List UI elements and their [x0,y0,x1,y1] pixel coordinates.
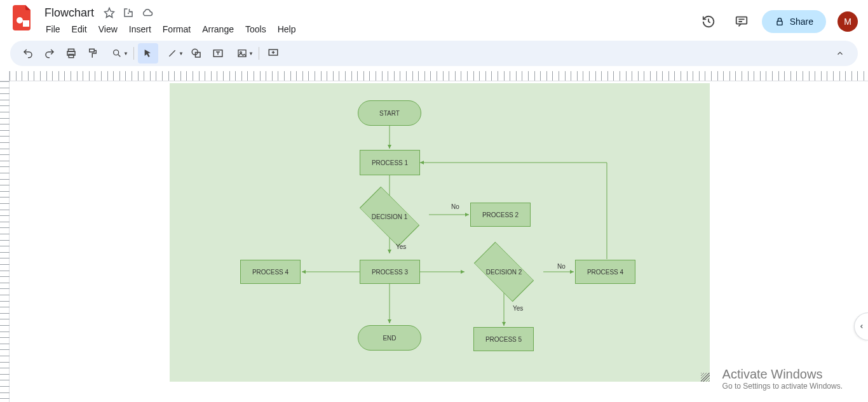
node-end[interactable]: END [358,325,421,351]
page-background [170,83,710,382]
select-tool[interactable] [138,43,158,64]
textbox-tool[interactable] [208,43,228,64]
svg-point-8 [114,50,119,55]
print-button[interactable] [61,43,81,64]
share-button[interactable]: Share [762,10,826,33]
toolbar: ▼ ▼ ▼ [10,41,858,66]
node-decision-1[interactable]: DECISION 1 [362,189,417,244]
ruler-vertical[interactable] [0,81,10,402]
share-label: Share [790,17,813,27]
drawings-logo[interactable] [10,5,36,30]
star-icon[interactable] [103,6,116,19]
edge-label-yes-2: Yes [513,305,523,312]
menu-help[interactable]: Help [273,22,301,37]
node-process-1[interactable]: PROCESS 1 [360,150,420,175]
svg-rect-3 [777,21,782,25]
node-process-2[interactable]: PROCESS 2 [470,203,531,227]
node-label: PROCESS 1 [372,159,408,166]
edge-label-no-1: No [451,203,459,210]
image-tool[interactable]: ▼ [229,43,255,64]
ruler-horizontal[interactable] [10,71,868,81]
menu-arrange[interactable]: Arrange [197,22,239,37]
svg-rect-7 [90,49,95,52]
header-right: Share M [696,5,858,34]
paint-format-button[interactable] [83,43,103,64]
menu-file[interactable]: File [41,22,65,37]
menu-edit[interactable]: Edit [67,22,92,37]
insert-comment-button[interactable] [263,43,283,64]
page-resize-handle[interactable] [701,373,710,382]
node-label: PROCESS 2 [482,211,519,218]
cloud-status-icon[interactable] [141,6,154,19]
chevron-down-icon: ▼ [123,51,128,57]
node-process-4-right[interactable]: PROCESS 4 [575,260,635,284]
menu-bar: File Edit View Insert Format Arrange Too… [41,22,696,37]
toolbar-separator [259,47,259,60]
app-header: Flowchart File Edit View Insert Format A… [0,0,868,41]
zoom-button[interactable]: ▼ [104,43,130,64]
edge-label-yes-1: Yes [396,243,406,250]
node-process-3[interactable]: PROCESS 3 [360,260,420,284]
chevron-down-icon: ▼ [248,51,254,57]
lock-icon [775,17,785,27]
node-label: START [379,110,400,117]
node-label: DECISION 2 [486,269,522,276]
menu-view[interactable]: View [93,22,123,37]
doc-title[interactable]: Flowchart [41,5,98,21]
node-label: DECISION 1 [372,213,408,220]
svg-rect-1 [23,20,29,27]
svg-rect-12 [238,50,246,57]
svg-point-0 [17,17,23,23]
menu-format[interactable]: Format [158,22,196,37]
undo-button[interactable] [18,43,38,64]
chevron-down-icon: ▼ [179,51,184,57]
workspace: START PROCESS 1 DECISION 1 PROCESS 2 PRO… [0,71,868,402]
collapse-toolbar-button[interactable] [830,43,850,64]
node-label: END [383,335,396,342]
canvas[interactable]: START PROCESS 1 DECISION 1 PROCESS 2 PRO… [10,81,868,402]
node-label: PROCESS 3 [372,269,408,276]
menu-tools[interactable]: Tools [240,22,271,37]
comments-icon[interactable] [729,9,754,34]
title-block: Flowchart File Edit View Insert Format A… [41,5,696,37]
history-icon[interactable] [696,9,721,34]
node-process-5[interactable]: PROCESS 5 [473,327,534,351]
edge-label-no-2: No [557,263,566,270]
ruler-corner [0,71,10,81]
menu-insert[interactable]: Insert [124,22,156,37]
node-decision-2[interactable]: DECISION 2 [477,245,531,299]
toolbar-wrap: ▼ ▼ ▼ [0,41,868,71]
node-label: PROCESS 4 [252,269,288,276]
redo-button[interactable] [39,43,60,64]
drawing-page[interactable]: START PROCESS 1 DECISION 1 PROCESS 2 PRO… [10,81,709,402]
node-start[interactable]: START [358,100,421,126]
node-process-4-left[interactable]: PROCESS 4 [240,260,301,284]
line-tool[interactable]: ▼ [159,43,185,64]
avatar[interactable]: M [837,11,858,32]
toolbar-separator [133,47,134,60]
node-label: PROCESS 4 [587,269,623,276]
move-icon[interactable] [122,6,135,19]
svg-rect-2 [736,17,747,24]
node-label: PROCESS 5 [485,336,522,343]
shape-tool[interactable] [186,43,207,64]
